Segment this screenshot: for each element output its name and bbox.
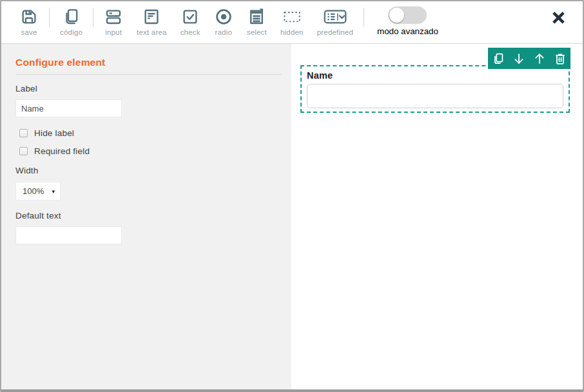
move-up-button[interactable] (531, 50, 548, 67)
arrow-up-icon (532, 52, 547, 66)
width-select[interactable]: 100% ▾ (15, 182, 61, 201)
chevron-down-icon: ▾ (52, 188, 55, 195)
toolbar-separator (49, 8, 50, 27)
title-divider (15, 74, 282, 75)
width-field-label: Width (15, 166, 282, 175)
toolbar: save código input (1, 1, 583, 44)
predefined-list-icon (322, 6, 348, 26)
close-icon (551, 10, 566, 25)
move-down-button[interactable] (511, 50, 527, 67)
text-area-label: text area (137, 28, 167, 36)
width-select-value: 100% (23, 186, 44, 196)
hidden-button[interactable]: hidden (279, 6, 305, 36)
toggle-track (388, 6, 427, 24)
radio-label: radio (215, 28, 232, 36)
radio-icon (214, 6, 233, 26)
selected-form-element[interactable]: Name (300, 65, 570, 113)
default-text-label: Default text (15, 211, 282, 220)
toggle-knob (389, 8, 404, 23)
text-area-button[interactable]: text area (135, 6, 168, 36)
advanced-mode-toggle[interactable]: modo avanzado (377, 6, 438, 36)
duplicate-icon (491, 52, 505, 66)
input-icon (104, 6, 123, 26)
required-field-text: Required field (34, 146, 90, 156)
checkbox-icon (180, 6, 200, 26)
codigo-label: código (60, 28, 83, 36)
form-canvas: Name (291, 44, 583, 389)
configure-panel: Configure element Label Hide label Requi… (1, 44, 291, 389)
form-element-input[interactable] (307, 84, 563, 108)
check-button[interactable]: check (179, 6, 202, 36)
form-element-label: Name (307, 70, 563, 81)
label-field-label: Label (15, 84, 282, 93)
select-button[interactable]: select (246, 6, 268, 36)
input-button[interactable]: input (102, 6, 124, 36)
hidden-field-icon (282, 6, 302, 26)
duplicate-button[interactable] (490, 50, 507, 67)
code-copy-icon (62, 6, 81, 26)
text-area-icon (142, 6, 161, 26)
predefined-button[interactable]: predefined (316, 6, 355, 36)
toolbar-separator (364, 8, 364, 27)
select-icon (247, 6, 266, 26)
hide-label-checkbox[interactable] (19, 129, 28, 137)
required-field-row[interactable]: Required field (19, 146, 282, 156)
save-button[interactable]: save (18, 6, 40, 36)
default-text-input[interactable] (15, 226, 122, 244)
close-button[interactable] (551, 10, 566, 25)
check-label: check (180, 28, 200, 36)
toolbar-separator (93, 8, 93, 27)
radio-button[interactable]: radio (213, 6, 235, 36)
advanced-mode-label: modo avanzado (377, 26, 438, 36)
hidden-label: hidden (280, 28, 304, 36)
panel-title: Configure element (15, 57, 282, 68)
predefined-label: predefined (317, 28, 353, 36)
main-body: Configure element Label Hide label Requi… (1, 44, 583, 389)
hide-label-text: Hide label (34, 128, 74, 138)
element-action-bar (488, 48, 570, 69)
save-label: save (21, 28, 37, 36)
trash-icon (553, 52, 567, 66)
delete-button[interactable] (552, 50, 569, 67)
hide-label-row[interactable]: Hide label (19, 128, 282, 138)
label-input[interactable] (15, 99, 122, 117)
form-builder-window: save código input (0, 0, 584, 392)
select-label: select (247, 28, 267, 36)
save-icon (19, 6, 39, 26)
input-label: input (105, 28, 122, 36)
codigo-button[interactable]: código (59, 6, 84, 36)
required-field-checkbox[interactable] (19, 147, 28, 155)
arrow-down-icon (512, 52, 526, 66)
